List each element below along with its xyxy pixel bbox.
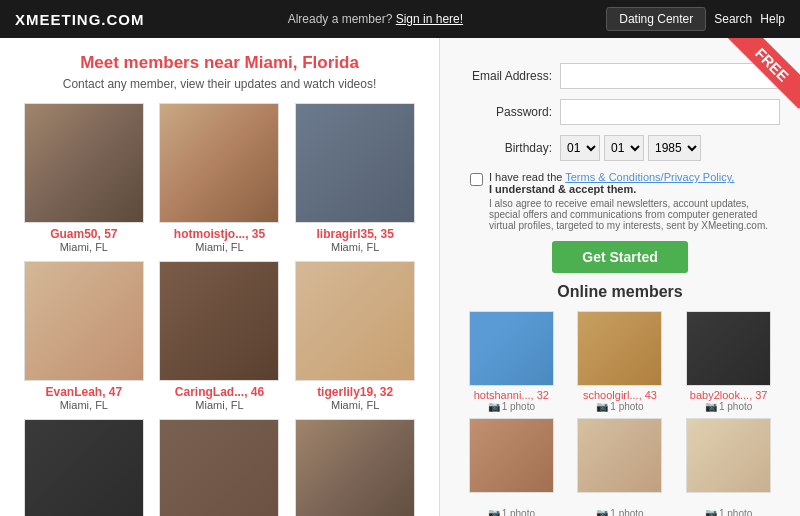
member-photo: [159, 419, 279, 516]
online-member-name: baby2look..., 37: [677, 389, 780, 401]
terms-accept: I understand & accept them.: [489, 183, 780, 195]
header-nav: Dating Center Search Help: [606, 7, 785, 31]
list-item[interactable]: hotmoistjo..., 35 Miami, FL: [156, 103, 284, 253]
member-photo: [295, 261, 415, 381]
list-item[interactable]: 📷 1 photo: [677, 418, 780, 516]
online-member-info: 📷 1 photo: [460, 401, 563, 412]
birthday-row: Birthday: 01020304 05060708 09101112 010…: [460, 135, 780, 161]
list-item[interactable]: 📷 1 photo: [460, 418, 563, 516]
member-photo: [24, 261, 144, 381]
list-item[interactable]: Guam50, 57 Miami, FL: [20, 103, 148, 253]
camera-icon: 📷: [596, 401, 608, 412]
dating-center-button[interactable]: Dating Center: [606, 7, 706, 31]
list-item[interactable]: 📷 1 photo: [569, 418, 672, 516]
online-heading: Online members: [460, 283, 780, 301]
get-started-button[interactable]: Get Started: [552, 241, 687, 273]
member-name: Guam50, 57: [20, 227, 148, 241]
left-subtitle: Contact any member, view their updates a…: [20, 77, 419, 91]
member-location: Miami, FL: [156, 241, 284, 253]
birthday-selects: 01020304 05060708 09101112 01020304 0506…: [560, 135, 701, 161]
free-badge-text: FREE: [728, 38, 800, 109]
list-item[interactable]: Miami, FL: [20, 419, 148, 516]
member-location: Miami, FL: [20, 399, 148, 411]
list-item[interactable]: tigerlily19, 32 Miami, FL: [291, 261, 419, 411]
site-logo: XMEETING.COM: [15, 11, 145, 28]
password-label: Password:: [460, 105, 560, 119]
online-grid: hotshanni..., 32 📷 1 photo schoolgirl...…: [460, 311, 780, 516]
online-member-name: [569, 496, 672, 508]
online-member-info: 📷 1 photo: [460, 508, 563, 516]
online-member-photo: [469, 311, 554, 386]
list-item[interactable]: baby2look..., 37 📷 1 photo: [677, 311, 780, 412]
online-member-info: 📷 1 photo: [677, 508, 780, 516]
list-item[interactable]: Miami, FL: [156, 419, 284, 516]
member-location: Miami, FL: [156, 399, 284, 411]
member-name: CaringLad..., 46: [156, 385, 284, 399]
list-item[interactable]: Miami, FL: [291, 419, 419, 516]
member-photo: [295, 103, 415, 223]
list-item[interactable]: hotshanni..., 32 📷 1 photo: [460, 311, 563, 412]
terms-row: I have read the Terms & Conditions/Priva…: [460, 171, 780, 231]
location-text: Miami, Florida: [245, 53, 359, 72]
member-photo: [159, 261, 279, 381]
camera-icon: 📷: [705, 401, 717, 412]
online-member-name: [460, 496, 563, 508]
online-member-info: 📷 1 photo: [569, 401, 672, 412]
online-member-photo: [469, 418, 554, 493]
terms-text-block: I have read the Terms & Conditions/Priva…: [489, 171, 780, 231]
online-member-info: 📷 1 photo: [569, 508, 672, 516]
search-link[interactable]: Search: [714, 12, 752, 26]
terms-small-text: I also agree to receive email newsletter…: [489, 198, 780, 231]
birthday-day-select[interactable]: 01020304 05060708: [604, 135, 644, 161]
member-name: EvanLeah, 47: [20, 385, 148, 399]
camera-icon: 📷: [488, 508, 500, 516]
member-photo: [295, 419, 415, 516]
right-panel: FREE Email Address: Password: Birthday: …: [440, 38, 800, 516]
terms-line1: I have read the Terms & Conditions/Priva…: [489, 171, 780, 183]
birthday-label: Birthday:: [460, 141, 560, 155]
birthday-year-select[interactable]: 1985198419831990: [648, 135, 701, 161]
online-member-name: schoolgirl..., 43: [569, 389, 672, 401]
member-photo: [24, 419, 144, 516]
online-member-name: [677, 496, 780, 508]
member-name: libragirl35, 35: [291, 227, 419, 241]
online-member-photo: [686, 311, 771, 386]
members-grid: Guam50, 57 Miami, FL hotmoistjo..., 35 M…: [20, 103, 419, 516]
email-label: Email Address:: [460, 69, 560, 83]
online-member-info: 📷 1 photo: [677, 401, 780, 412]
left-heading: Meet members near Miami, Florida: [20, 53, 419, 73]
header: XMEETING.COM Already a member? Sign in h…: [0, 0, 800, 38]
heading-text: Meet members near: [80, 53, 240, 72]
camera-icon: 📷: [488, 401, 500, 412]
member-location: Miami, FL: [20, 241, 148, 253]
member-name: tigerlily19, 32: [291, 385, 419, 399]
already-member-text: Already a member?: [288, 12, 393, 26]
birthday-month-select[interactable]: 01020304 05060708 09101112: [560, 135, 600, 161]
terms-checkbox[interactable]: [470, 173, 483, 186]
list-item[interactable]: EvanLeah, 47 Miami, FL: [20, 261, 148, 411]
online-member-photo: [577, 418, 662, 493]
online-members-section: Online members hotshanni..., 32 📷 1 phot…: [460, 283, 780, 516]
help-link[interactable]: Help: [760, 12, 785, 26]
main-content: Meet members near Miami, Florida Contact…: [0, 38, 800, 516]
camera-icon: 📷: [705, 508, 717, 516]
online-member-photo: [686, 418, 771, 493]
list-item[interactable]: libragirl35, 35 Miami, FL: [291, 103, 419, 253]
free-badge: FREE: [720, 38, 800, 118]
member-photo: [159, 103, 279, 223]
member-name: hotmoistjo..., 35: [156, 227, 284, 241]
list-item[interactable]: schoolgirl..., 43 📷 1 photo: [569, 311, 672, 412]
camera-icon: 📷: [596, 508, 608, 516]
left-panel: Meet members near Miami, Florida Contact…: [0, 38, 440, 516]
header-center-text: Already a member? Sign in here!: [288, 12, 463, 26]
member-photo: [24, 103, 144, 223]
member-location: Miami, FL: [291, 399, 419, 411]
sign-in-link[interactable]: Sign in here!: [396, 12, 463, 26]
terms-link[interactable]: Terms & Conditions/Privacy Policy,: [565, 171, 734, 183]
member-location: Miami, FL: [291, 241, 419, 253]
online-member-photo: [577, 311, 662, 386]
list-item[interactable]: CaringLad..., 46 Miami, FL: [156, 261, 284, 411]
online-member-name: hotshanni..., 32: [460, 389, 563, 401]
